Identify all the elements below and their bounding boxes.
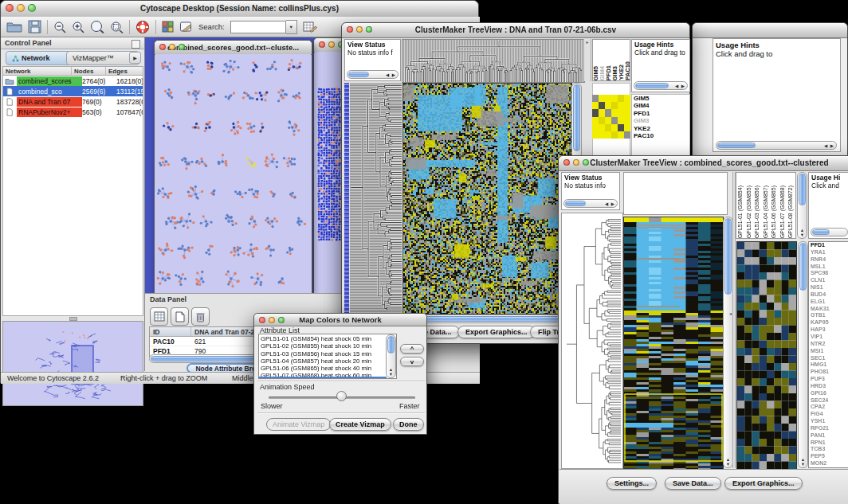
column-label[interactable]: GPL51-08 (GSM872) xyxy=(787,186,795,238)
network-list-row[interactable]: DNA and Tran 07769(0)183728(0) xyxy=(3,96,143,107)
gene-label[interactable]: VIP1 xyxy=(809,334,848,341)
zoom-heatmap-cell[interactable] xyxy=(605,131,611,139)
minimize-button[interactable] xyxy=(269,317,275,323)
animate-vizmap-button[interactable]: Animate Vizmap xyxy=(266,418,331,431)
save-icon[interactable] xyxy=(28,20,41,33)
global-row-overview-strip[interactable] xyxy=(344,83,349,313)
gene-label[interactable]: NIS1 xyxy=(809,284,848,291)
treeview2-titlebar[interactable]: ClusterMaker TreeView : combined_scores_… xyxy=(559,156,848,171)
zoom-heatmap-cell[interactable] xyxy=(605,117,611,124)
gene-label[interactable]: HAP3 xyxy=(809,326,848,334)
gene-label[interactable]: YRA1 xyxy=(809,249,848,256)
column-header-edges[interactable]: Edges xyxy=(106,67,143,75)
zoom-heatmap-cell[interactable] xyxy=(624,102,630,109)
zoom-heatmap-cell[interactable] xyxy=(599,131,605,139)
tab-overflow-arrow[interactable]: ▶ xyxy=(129,52,141,64)
row-label[interactable]: GIM3 xyxy=(632,117,689,124)
gene-label[interactable]: KAP95 xyxy=(809,319,848,326)
treeview3-titlebar[interactable] xyxy=(693,23,847,38)
gene-label[interactable]: MON2 xyxy=(809,460,848,467)
column-header-nodes[interactable]: Nodes xyxy=(72,67,106,75)
zoom-button[interactable] xyxy=(179,44,185,50)
close-button[interactable] xyxy=(259,317,265,323)
gene-label[interactable]: GPI16 xyxy=(809,390,848,397)
zoom-heatmap-cell[interactable] xyxy=(605,95,611,102)
float-panel-icon[interactable] xyxy=(132,40,140,49)
gene-label[interactable]: RNR4 xyxy=(809,256,848,264)
column-label[interactable]: GPL51-06 (GSM865) xyxy=(770,186,779,238)
gene-label[interactable]: GTB1 xyxy=(809,312,848,319)
gene-label[interactable]: PUF3 xyxy=(809,376,848,383)
attribute-item[interactable]: GPL51-03 (GSM856) heat shock 15 min xyxy=(259,350,396,357)
export-graphics-button[interactable]: Export Graphics... xyxy=(724,477,803,490)
column-labels-vscrollbar[interactable]: ▲▼ xyxy=(797,172,807,239)
attribute-item[interactable]: GPL51-01 (GSM854) heat shock 05 min xyxy=(259,335,396,342)
search-dropdown-arrow[interactable]: ▼ xyxy=(286,20,297,34)
close-button[interactable] xyxy=(563,159,570,166)
zoom-heatmap-cell[interactable] xyxy=(624,117,630,124)
close-button[interactable] xyxy=(319,41,325,48)
zoom-heatmap-cell[interactable] xyxy=(611,109,618,116)
zoom-button[interactable] xyxy=(366,26,372,33)
gene-label[interactable]: CPA2 xyxy=(809,404,848,411)
column-label[interactable]: GPL51-02 (GSM855) xyxy=(745,186,754,238)
zoom-button[interactable] xyxy=(278,317,285,323)
usage-hints-hscrollbar[interactable] xyxy=(811,228,848,236)
gene-label[interactable]: NTR2 xyxy=(809,341,848,348)
gene-label[interactable]: PEP5 xyxy=(809,453,848,460)
gene-label[interactable]: TCB3 xyxy=(809,446,848,453)
zoom-vscrollbar[interactable]: ▲▼ xyxy=(798,241,808,468)
gene-label[interactable]: SEC24 xyxy=(809,397,848,404)
zoom-heatmap-cell[interactable] xyxy=(592,109,599,116)
network-overview-canvas[interactable] xyxy=(5,323,141,404)
dialog-titlebar[interactable]: Map Colors to Network xyxy=(254,314,426,326)
column-label[interactable]: GPL51-01 (GSM854) xyxy=(736,186,745,238)
zoom-heatmap-cell[interactable] xyxy=(592,95,599,102)
zoom-heatmap-cell[interactable] xyxy=(599,109,605,116)
new-attribute-button[interactable] xyxy=(171,307,189,326)
heatmap-hscrollbar[interactable]: ◀ ▶ xyxy=(402,315,571,323)
tab-network[interactable]: Network xyxy=(6,51,76,65)
search-input[interactable] xyxy=(230,21,286,33)
column-label[interactable]: GPL51-03 (GSM856) xyxy=(753,186,762,238)
gene-label[interactable]: MSI1 xyxy=(809,348,848,355)
gene-label[interactable]: BUD4 xyxy=(809,291,848,299)
zoom-heatmap-cell[interactable] xyxy=(605,102,611,109)
zoom-heatmap-cell[interactable] xyxy=(592,117,599,124)
zoom-heatmap-cell[interactable] xyxy=(611,95,618,102)
table-edit-icon[interactable] xyxy=(303,21,317,33)
gene-label[interactable]: HMG1 xyxy=(809,361,848,369)
minimize-button[interactable] xyxy=(17,4,25,12)
gene-label[interactable]: SPC98 xyxy=(809,270,848,277)
zoom-heatmap-cell[interactable] xyxy=(624,131,630,139)
gene-label[interactable]: ELG1 xyxy=(809,299,848,306)
column-label[interactable]: PAC10 xyxy=(625,61,630,80)
attribute-item[interactable]: GPL51-02 (GSM855) heat shock 10 min xyxy=(259,342,396,350)
row-label[interactable]: GIM4 xyxy=(632,102,689,109)
animation-speed-slider[interactable] xyxy=(336,391,347,401)
minimize-button[interactable] xyxy=(169,44,175,50)
open-file-icon[interactable] xyxy=(6,20,22,33)
heatmap-canvas[interactable] xyxy=(402,83,572,315)
column-dendrogram-canvas[interactable] xyxy=(402,39,585,83)
vizmapper-icon[interactable] xyxy=(162,21,174,33)
row-label[interactable]: YKE2 xyxy=(632,125,689,132)
zoom-heatmap-cell[interactable] xyxy=(605,124,611,131)
gene-label[interactable]: PFD1 xyxy=(809,242,848,249)
move-down-button[interactable]: v xyxy=(400,357,424,366)
zoom-button[interactable] xyxy=(28,4,36,12)
usage-hints-hscrollbar[interactable]: ◀ ▶ xyxy=(634,81,688,90)
row-label[interactable]: PFD1 xyxy=(632,110,689,117)
zoom-heatmap-cell[interactable] xyxy=(592,131,599,139)
column-label[interactable]: GPL51-04 (GSM857) xyxy=(762,186,771,238)
column-header-network[interactable]: Network xyxy=(3,67,72,75)
gene-label[interactable]: HRD3 xyxy=(809,383,848,390)
zoom-heatmap-cell[interactable] xyxy=(624,109,630,116)
help-lifering-icon[interactable] xyxy=(135,20,150,34)
zoom-heatmap-cell[interactable] xyxy=(599,102,605,109)
row-label[interactable]: GIM5 xyxy=(632,95,689,102)
export-graphics-button[interactable]: Export Graphics... xyxy=(457,326,536,338)
gene-label[interactable]: PAN1 xyxy=(809,432,848,440)
zoom-heatmap-cell[interactable] xyxy=(618,124,624,131)
zoom-heatmap-cell[interactable] xyxy=(618,95,624,102)
